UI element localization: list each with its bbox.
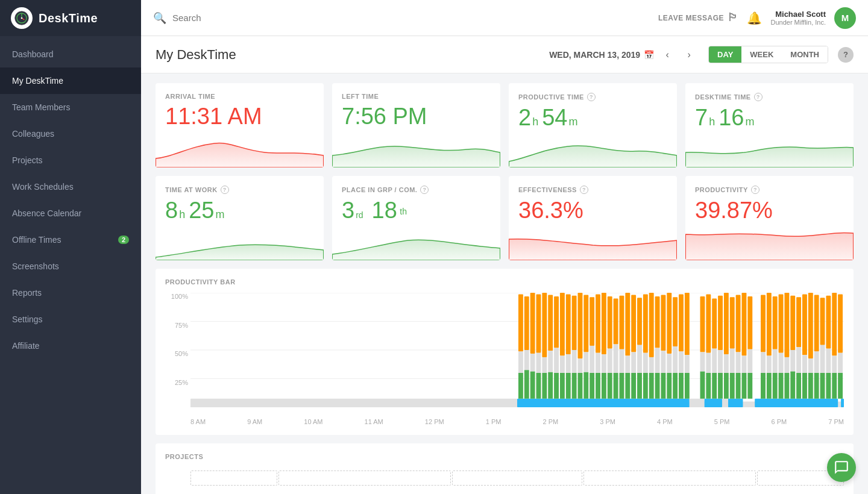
- svg-rect-73: [667, 354, 671, 373]
- svg-rect-34: [608, 296, 612, 349]
- svg-rect-43: [661, 295, 665, 351]
- time-at-work-info-icon[interactable]: ?: [221, 186, 229, 194]
- stat-card-left-time: LEFT TIME 7:56 PM: [332, 83, 500, 167]
- svg-rect-121: [736, 352, 741, 373]
- svg-rect-137: [784, 293, 789, 357]
- productivity-chart: [685, 227, 854, 260]
- svg-rect-36: [619, 296, 624, 349]
- svg-rect-50: [530, 354, 535, 372]
- svg-rect-68: [637, 345, 642, 373]
- tab-week[interactable]: WEEK: [741, 46, 782, 63]
- svg-rect-94: [619, 373, 624, 399]
- logo-area: DeskTime: [0, 0, 141, 36]
- svg-rect-31: [590, 297, 594, 346]
- svg-rect-51: [536, 353, 541, 373]
- chat-widget-button[interactable]: [827, 453, 856, 482]
- tab-day[interactable]: DAY: [709, 46, 741, 63]
- sidebar-item-colleagues[interactable]: Colleagues: [0, 120, 141, 147]
- sidebar-item-my-desktime[interactable]: My DeskTime: [0, 67, 141, 94]
- productivity-info-icon[interactable]: ?: [751, 186, 760, 194]
- sidebar-item-screenshots[interactable]: Screenshots: [0, 253, 141, 280]
- sidebar-item-absence-calendar[interactable]: Absence Calendar: [0, 200, 141, 227]
- leave-message-button[interactable]: LEAVE MESSAGE 🏳: [658, 11, 738, 24]
- place-in-grp-info-icon[interactable]: ?: [420, 186, 429, 194]
- svg-rect-114: [747, 296, 752, 349]
- productive-time-label: PRODUCTIVE TIME ?: [518, 93, 667, 101]
- sidebar-item-team-members[interactable]: Team Members: [0, 94, 141, 120]
- svg-rect-38: [631, 295, 636, 352]
- productive-time-info-icon[interactable]: ?: [587, 93, 596, 101]
- svg-rect-23: [542, 293, 547, 357]
- sidebar-item-settings[interactable]: Settings: [0, 306, 141, 333]
- svg-rect-52: [542, 357, 547, 373]
- svg-rect-104: [679, 373, 684, 399]
- sidebar-item-reports[interactable]: Reports: [0, 280, 141, 306]
- desktime-time-chart: [685, 134, 854, 167]
- svg-rect-159: [832, 356, 837, 374]
- time-at-work-label: TIME AT WORK ?: [165, 186, 314, 194]
- effectiveness-info-icon[interactable]: ?: [580, 186, 588, 194]
- svg-rect-106: [700, 296, 705, 352]
- productive-time-value: 2 h 54 m: [518, 106, 667, 129]
- help-button[interactable]: ?: [838, 47, 854, 63]
- svg-rect-153: [796, 347, 801, 373]
- svg-rect-89: [590, 373, 594, 399]
- svg-rect-48: [518, 351, 523, 373]
- svg-rect-102: [667, 373, 671, 399]
- svg-rect-12: [704, 399, 722, 407]
- flag-icon: 🏳: [728, 11, 739, 24]
- svg-rect-46: [679, 294, 684, 351]
- sidebar-item-dashboard[interactable]: Dashboard: [0, 41, 141, 67]
- next-date-button[interactable]: ›: [681, 46, 697, 63]
- avatar[interactable]: M: [834, 7, 856, 29]
- notifications-bell-icon[interactable]: 🔔: [747, 11, 762, 25]
- svg-rect-129: [730, 373, 735, 399]
- svg-rect-164: [779, 373, 784, 399]
- arrival-time-chart: [156, 134, 324, 167]
- svg-rect-99: [649, 373, 654, 399]
- effectiveness-label: EFFECTIVENESS ?: [518, 186, 667, 194]
- svg-rect-165: [784, 373, 789, 399]
- left-time-label: LEFT TIME: [342, 93, 491, 100]
- svg-rect-84: [560, 373, 565, 399]
- svg-rect-156: [814, 351, 819, 373]
- sidebar-item-affiliate[interactable]: Affiliate: [0, 333, 141, 359]
- arrival-time-value: 11:31 AM: [165, 105, 314, 128]
- svg-rect-26: [560, 293, 565, 356]
- svg-rect-54: [554, 348, 559, 373]
- topbar: 🔍 LEAVE MESSAGE 🏳 🔔 Michael Scott Dunder…: [141, 0, 868, 36]
- svg-rect-53: [548, 351, 553, 372]
- sidebar-item-projects[interactable]: Projects: [0, 147, 141, 174]
- stat-card-desktime-time: DESKTIME TIME ? 7 h 16 m: [685, 83, 854, 167]
- projects-card: PROJECTS 8 AM 9 AM 10 AM 11 AM 12 PM: [156, 443, 854, 494]
- sidebar-item-offline-times[interactable]: Offline Times 2: [0, 227, 141, 253]
- svg-rect-166: [790, 372, 795, 399]
- svg-rect-130: [736, 373, 741, 399]
- productivity-bar-svg: [190, 293, 844, 407]
- svg-rect-83: [554, 373, 559, 399]
- svg-rect-18: [722, 399, 728, 407]
- svg-rect-128: [724, 373, 729, 399]
- svg-rect-62: [602, 354, 606, 373]
- calendar-icon[interactable]: 📅: [644, 50, 654, 60]
- svg-rect-150: [779, 353, 784, 373]
- effectiveness-chart: [509, 227, 677, 260]
- svg-rect-30: [583, 295, 588, 352]
- svg-rect-136: [779, 294, 784, 352]
- svg-rect-97: [637, 373, 642, 399]
- tab-month[interactable]: MONTH: [782, 46, 828, 63]
- date-navigation: WED, MARCH 13, 2019 📅 ‹ › DAY WEEK MONTH…: [549, 46, 854, 63]
- desktime-time-info-icon[interactable]: ?: [754, 93, 763, 101]
- svg-rect-35: [614, 299, 618, 345]
- search-input[interactable]: [172, 13, 293, 23]
- time-at-work-value: 8 h 25 m: [165, 199, 314, 222]
- page-title: My DeskTime: [156, 47, 549, 63]
- svg-point-4: [21, 17, 23, 19]
- prev-date-button[interactable]: ‹: [659, 46, 676, 63]
- svg-rect-108: [712, 299, 717, 349]
- search-area: 🔍: [153, 11, 658, 25]
- svg-rect-161: [761, 373, 766, 399]
- sidebar-item-work-schedules[interactable]: Work Schedules: [0, 174, 141, 200]
- stat-card-arrival-time: ARRIVAL TIME 11:31 AM: [156, 83, 324, 167]
- svg-rect-37: [625, 293, 630, 356]
